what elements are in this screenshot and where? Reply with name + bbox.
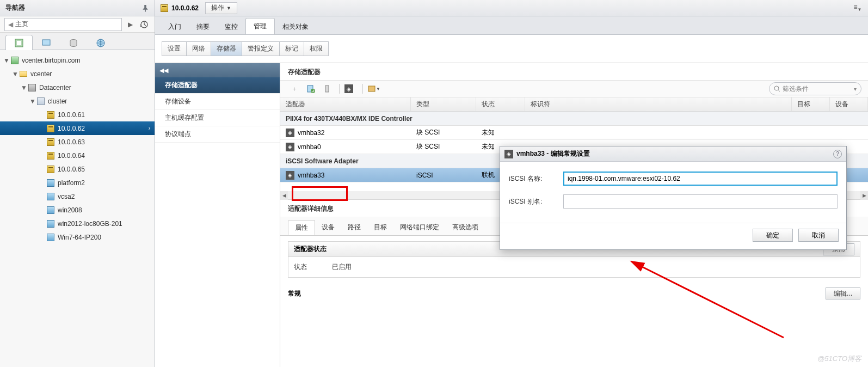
tab-related[interactable]: 相关对象 (275, 19, 316, 34)
nav-storage-devices[interactable]: 存储设备 (155, 94, 280, 110)
col-type[interactable]: 类型 (411, 97, 476, 111)
edit-general-dialog: ◈ vmhba33 - 编辑常规设置 ? iSCSI 名称: iSCSI 别名:… (500, 146, 847, 250)
tab-monitor[interactable]: 监控 (217, 19, 245, 34)
dtab-targets[interactable]: 目标 (367, 220, 393, 235)
dtab-paths[interactable]: 路径 (341, 220, 367, 235)
tree-label: 10.0.0.63 (58, 138, 85, 146)
storage-tab[interactable] (60, 35, 87, 50)
col-device[interactable]: 设备 (830, 97, 868, 111)
tree-host[interactable]: 10.0.0.63 (0, 135, 155, 149)
network-tab[interactable] (87, 35, 114, 50)
navigator-title: 导航器 (5, 3, 25, 13)
tree-label: vcenter (30, 70, 52, 78)
table-row[interactable]: ◈vmhba32 块 SCSI 未知 (280, 126, 868, 140)
breadcrumb-label: 主页 (15, 20, 28, 29)
rescan-icon[interactable] (319, 82, 335, 95)
grid-header: 适配器 类型 状态 标识符 目标 设备 (280, 97, 868, 112)
tab-manage[interactable]: 管理 (245, 18, 275, 34)
tree-cluster[interactable]: ▼ cluster (0, 94, 155, 108)
subtab-alarms[interactable]: 警报定义 (242, 42, 280, 56)
iscsi-name-input[interactable] (563, 172, 838, 186)
host-icon (47, 166, 54, 173)
nav-host-cache[interactable]: 主机缓存配置 (155, 110, 280, 126)
detach-icon[interactable]: ▼ (366, 82, 381, 95)
nav-protocol-endpoints[interactable]: 协议端点 (155, 126, 280, 143)
tree-vm[interactable]: platform2 (0, 176, 155, 189)
vm-icon (47, 193, 54, 200)
vms-tab[interactable] (33, 35, 60, 50)
tree-label: win2008 (58, 206, 82, 214)
object-title: 10.0.0.62 (171, 4, 199, 12)
edit-button[interactable]: 编辑... (826, 288, 860, 299)
tree-label: cluster (48, 97, 67, 105)
tree-vcenter[interactable]: ▼ vcenter.birtopin.com (0, 53, 155, 67)
iscsi-name-label: iSCSI 名称: (509, 174, 563, 184)
tree-datacenter[interactable]: ▼ Datacenter (0, 81, 155, 94)
nav-storage-adapters[interactable]: 存储适配器 (155, 77, 280, 94)
add-icon[interactable]: ＋ (287, 82, 302, 95)
subtab-permissions[interactable]: 权限 (304, 42, 328, 56)
tree-vm[interactable]: win2008 (0, 203, 155, 217)
iscsi-alias-label: iSCSI 别名: (509, 197, 563, 206)
twisty-icon: ▼ (21, 84, 27, 91)
svg-rect-2 (17, 41, 21, 45)
dialog-title: vmhba33 - 编辑常规设置 (516, 149, 590, 158)
col-adapter[interactable]: 适配器 (280, 97, 411, 111)
collapse-button[interactable]: ◀◀ (155, 63, 280, 77)
cancel-button[interactable]: 取消 (798, 229, 839, 242)
hosts-tab[interactable] (5, 35, 33, 50)
history-icon[interactable] (138, 19, 150, 30)
twisty-icon: ▼ (29, 97, 36, 105)
tree-host[interactable]: 10.0.0.64 (0, 149, 155, 162)
cluster-icon (37, 97, 45, 105)
dtab-devices[interactable]: 设备 (315, 220, 341, 235)
actions-dropdown[interactable]: 操作▼ (205, 2, 237, 14)
filter-placeholder: 筛选条件 (783, 84, 809, 94)
tree-vm[interactable]: vcsa2 (0, 189, 155, 203)
subtab-settings[interactable]: 设置 (162, 42, 187, 56)
breadcrumb-home[interactable]: ◀ 主页 (4, 18, 122, 31)
tree-vm[interactable]: win2012-loc80GB-201 (0, 217, 155, 230)
status-key: 状态 (294, 262, 332, 272)
tree-host-selected[interactable]: 10.0.0.62› (0, 121, 155, 135)
refresh-icon[interactable] (303, 82, 318, 95)
svg-point-7 (311, 89, 315, 93)
col-state[interactable]: 状态 (476, 97, 525, 111)
svg-point-10 (774, 86, 779, 90)
tree-host[interactable]: 10.0.0.61 (0, 108, 155, 121)
grid-group: PIIX4 for 430TX/440BX/MX IDE Controller (280, 112, 868, 126)
dtab-advanced[interactable]: 高级选项 (446, 220, 485, 235)
navigator-title-bar: 导航器 (0, 0, 155, 16)
dtab-netport[interactable]: 网络端口绑定 (393, 220, 446, 235)
dtab-properties[interactable]: 属性 (288, 220, 315, 235)
subtab-tags[interactable]: 标记 (280, 42, 304, 56)
breadcrumb-forward[interactable]: ▶ (124, 19, 136, 30)
filter-input[interactable]: 筛选条件 ▾ (769, 82, 861, 95)
tree-label: vcenter.birtopin.com (22, 57, 80, 64)
adapter-icon[interactable]: ◈ (343, 82, 358, 95)
help-icon[interactable]: ? (833, 150, 842, 158)
tree-host[interactable]: 10.0.0.65 (0, 162, 155, 176)
subtab-storage[interactable]: 存储器 (211, 42, 242, 56)
inventory-tree: ▼ vcenter.birtopin.com ▼ vcenter ▼ Datac… (0, 50, 155, 367)
tab-getting-started[interactable]: 入门 (161, 19, 189, 34)
col-target[interactable]: 目标 (792, 97, 830, 111)
vcenter-icon (11, 57, 19, 64)
tree-vm[interactable]: Win7-64-IP200 (0, 230, 155, 244)
navigator-breadcrumb: ◀ 主页 ▶ (0, 16, 155, 33)
pin-icon[interactable] (141, 4, 149, 12)
sub-tab-bar: 设置 网络 存储器 警报定义 标记 权限 (155, 35, 868, 63)
folder-icon (20, 71, 27, 77)
menu-icon[interactable]: ≡▼ (853, 3, 863, 12)
subtab-network[interactable]: 网络 (187, 42, 211, 56)
ok-button[interactable]: 确定 (753, 229, 793, 242)
vm-icon (47, 179, 54, 187)
tree-label: 10.0.0.62 (58, 125, 85, 132)
navigator-panel: 导航器 ◀ 主页 ▶ ▼ vcenter.birtopin.com ▼ vcen… (0, 0, 155, 367)
iscsi-alias-input[interactable] (563, 194, 838, 209)
dialog-title-bar[interactable]: ◈ vmhba33 - 编辑常规设置 ? (500, 146, 846, 162)
tab-summary[interactable]: 摘要 (189, 19, 217, 34)
tree-label: 10.0.0.65 (58, 166, 85, 173)
tree-folder[interactable]: ▼ vcenter (0, 67, 155, 81)
col-identifier[interactable]: 标识符 (525, 97, 792, 111)
